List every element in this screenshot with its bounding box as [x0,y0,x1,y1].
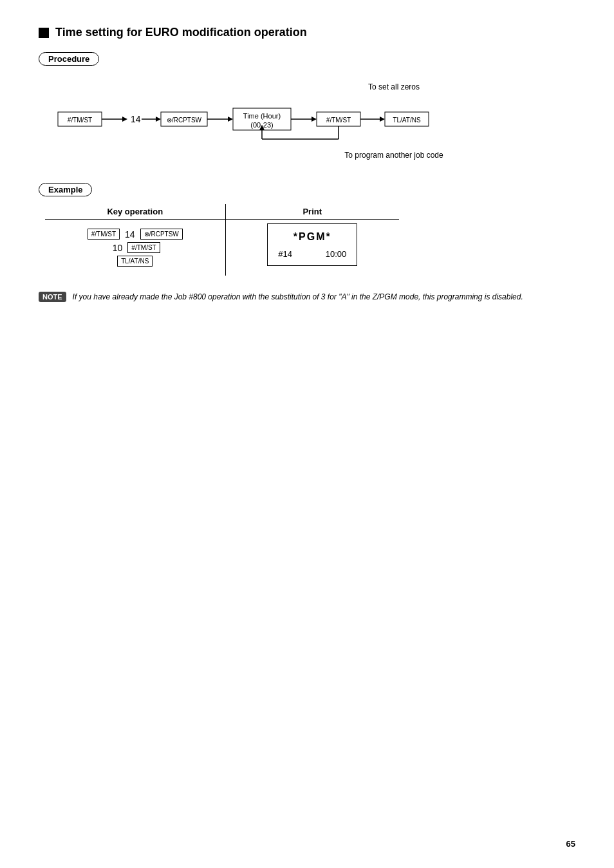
procedure-badge: Procedure [39,52,99,66]
note-badge: NOTE [39,292,66,302]
square-icon [39,28,49,38]
svg-text:Time (Hour): Time (Hour) [243,112,281,120]
svg-text:#/TM/ST: #/TM/ST [68,117,92,124]
svg-text:TL/AT/NS: TL/AT/NS [393,117,420,124]
col-key-header: Key operation [45,204,225,220]
diagram-label-top: To set all zeros [212,82,575,91]
page-title: Time setting for EURO modification opera… [39,26,575,39]
key-operation-cell: #/TM/ST 14 ⊗/RCPTSW 10 #/TM/ST TL/AT/NS [45,220,225,276]
key-rcptsw: ⊗/RCPTSW [140,229,183,240]
key-op-row-1: #/TM/ST 14 ⊗/RCPTSW [88,229,183,240]
title-text: Time setting for EURO modification opera… [55,26,307,39]
diagram-area: To set all zeros #/TM/ST 14 ⊗/RCPTSW Tim… [51,82,575,160]
print-time: 10:00 [326,247,347,261]
svg-marker-15 [312,117,317,122]
print-cell: *PGM* #14 10:00 [225,220,399,276]
col-print-header: Print [225,204,399,220]
key-hash-tm-st-1: #/TM/ST [88,229,120,240]
diagram-label-bottom: To program another job code [212,151,575,160]
key-hash-tm-st-2: #/TM/ST [127,242,160,253]
svg-text:#/TM/ST: #/TM/ST [326,117,351,124]
key-tl-at-ns: TL/AT/NS [117,256,153,267]
example-badge: Example [39,183,92,196]
print-receipt: *PGM* #14 10:00 [267,223,357,266]
svg-text:⊗/RCPTSW: ⊗/RCPTSW [167,117,202,124]
print-ref: #14 [278,247,292,261]
svg-marker-3 [122,117,127,122]
svg-marker-19 [380,117,385,122]
note-text: If you have already made the Job #800 op… [73,291,523,303]
example-table: Key operation Print #/TM/ST 14 ⊗/RCPTSW … [45,204,399,276]
svg-text:14: 14 [131,114,141,124]
key-op-lines: #/TM/ST 14 ⊗/RCPTSW 10 #/TM/ST TL/AT/NS [51,223,219,272]
key-number-14: 14 [125,229,135,240]
procedure-diagram: #/TM/ST 14 ⊗/RCPTSW Time (Hour) (00-23) … [51,94,489,146]
print-row: #14 10:00 [278,247,346,261]
svg-marker-10 [228,117,233,122]
key-op-row-3: TL/AT/NS [117,256,153,267]
svg-marker-6 [156,117,161,122]
page-number: 65 [566,839,575,849]
key-op-row-2: 10 #/TM/ST [110,242,160,253]
note-section: NOTE If you have already made the Job #8… [39,291,575,303]
print-pgm: *PGM* [278,228,346,247]
key-number-10: 10 [113,243,123,253]
